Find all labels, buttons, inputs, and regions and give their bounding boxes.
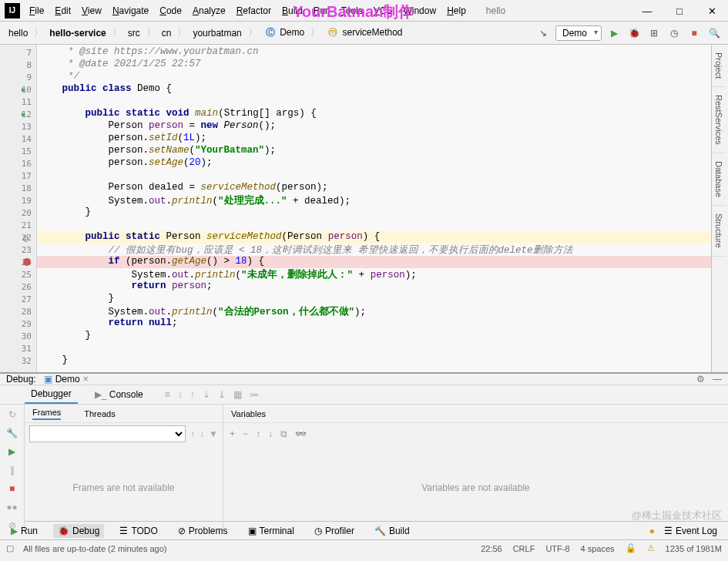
trace-icon[interactable]: ≔ (250, 389, 259, 400)
code-line[interactable]: */ (37, 71, 728, 83)
warning-indicator-icon[interactable]: ● (649, 526, 655, 536)
watch-down-icon[interactable]: ↓ (268, 428, 273, 439)
tool-tab-structure[interactable]: Structure (712, 206, 726, 257)
menu-build[interactable]: Build (277, 3, 307, 18)
gutter-line[interactable]: 11 (0, 96, 36, 108)
gutter-line[interactable]: 8 (0, 59, 36, 71)
pause-icon[interactable]: ‖ (10, 465, 15, 475)
profiler-tool-button[interactable]: ◷Profiler (310, 524, 359, 538)
readonly-icon[interactable]: 🔓 (626, 543, 636, 553)
code-line[interactable] (37, 342, 728, 354)
code-line[interactable] (37, 96, 728, 108)
build-icon[interactable]: ↘ (535, 25, 551, 41)
event-log-button[interactable]: ☰Event Log (659, 524, 722, 538)
maximize-button[interactable]: □ (663, 0, 696, 22)
gutter-line[interactable]: 21 (0, 219, 36, 231)
crumb-cn[interactable]: cn (159, 27, 174, 39)
crumb-yourbatman[interactable]: yourbatman (190, 27, 243, 39)
gutter-line[interactable]: 18 (0, 182, 36, 194)
problems-tool-button[interactable]: ⊘Problems (173, 524, 233, 538)
gutter-line[interactable]: 22@ (0, 231, 36, 244)
tool-tab-database[interactable]: Database (712, 153, 726, 206)
breakpoints-icon[interactable]: ●● (6, 502, 18, 512)
code-line[interactable]: person.setName("YourBatman"); (37, 145, 728, 157)
code-line[interactable]: System.out.println("合法的Person，什么都不做"); (37, 305, 728, 317)
settings-icon[interactable]: ⚙ (696, 374, 705, 385)
close-button[interactable]: ✕ (696, 0, 728, 22)
menu-edit[interactable]: Edit (50, 3, 75, 18)
code-line[interactable] (37, 170, 728, 182)
debug-tool-button[interactable]: 🐞Debug (53, 524, 104, 538)
line-separator[interactable]: CRLF (513, 544, 535, 553)
debug-session-tab[interactable]: ▣Demo× (44, 374, 89, 385)
gutter-line[interactable]: 31 (0, 342, 36, 354)
resume-icon[interactable]: ▶ (8, 446, 15, 457)
run-config-combo[interactable]: Demo (555, 25, 602, 41)
frame-down-icon[interactable]: ↓ (200, 428, 204, 439)
evaluate-icon[interactable]: ▦ (233, 389, 242, 400)
menu-vcs[interactable]: VCS (369, 3, 398, 18)
thread-select[interactable] (29, 425, 186, 442)
glasses-icon[interactable]: 👓 (295, 428, 307, 439)
crumb-hello[interactable]: hello (6, 27, 30, 39)
code-line[interactable]: person.setId(1L); (37, 133, 728, 145)
gutter-line[interactable]: 32 (0, 354, 36, 367)
menu-refactor[interactable]: Refactor (232, 3, 276, 18)
variables-tab[interactable]: Variables (231, 409, 266, 418)
gutter-line[interactable]: 13 (0, 120, 36, 133)
copy-icon[interactable]: ⧉ (280, 428, 287, 439)
crumb-servicemethod[interactable]: ⓜ serviceMethod (324, 25, 404, 40)
code-editor[interactable]: * @site https://www.yourbatman.cn * @dat… (37, 45, 728, 372)
threads-tab[interactable]: Threads (84, 409, 115, 418)
memory-indicator[interactable]: 1235 of 1981M (666, 544, 722, 553)
code-line[interactable]: return person; (37, 280, 728, 293)
menu-tools[interactable]: Tools (337, 3, 367, 18)
code-line[interactable]: } (37, 354, 728, 367)
run-to-cursor-icon[interactable]: ⤓ (218, 389, 226, 400)
warning-icon[interactable]: ⚠ (647, 543, 655, 553)
gutter-line[interactable]: 7 (0, 46, 36, 59)
run-tool-button[interactable]: ▶Run (6, 524, 42, 538)
menu-navigate[interactable]: Navigate (108, 3, 153, 18)
gutter-line[interactable]: 12▶ (0, 108, 36, 120)
file-encoding[interactable]: UTF-8 (545, 544, 569, 553)
wrench-icon[interactable]: 🔧 (6, 428, 18, 438)
gutter-line[interactable]: 17 (0, 170, 36, 182)
tab-console[interactable]: ▶_ Console (89, 386, 149, 403)
coverage-button[interactable]: ⊞ (646, 25, 662, 41)
gutter-line[interactable]: 24 (0, 256, 36, 268)
gutter-line[interactable]: 29 (0, 317, 36, 330)
gutter-line[interactable]: 16 (0, 157, 36, 170)
step-out-icon[interactable]: ↑ (190, 389, 195, 400)
todo-tool-button[interactable]: ☰TODO (115, 524, 162, 538)
stop-icon[interactable]: ■ (9, 483, 15, 494)
crumb-hello-service[interactable]: hello-service (47, 27, 108, 39)
code-line[interactable]: // 假如这里有bug，应该是 < 18，这时调试到这里来 希望快速返回，不要执… (37, 244, 728, 256)
code-line[interactable]: } (37, 330, 728, 342)
build-tool-button[interactable]: 🔨Build (370, 524, 414, 538)
debug-button[interactable]: 🐞 (626, 25, 642, 41)
code-line[interactable]: public static void main(String[] args) { (37, 108, 728, 120)
filter-icon[interactable]: ▼ (209, 428, 218, 439)
add-watch-icon[interactable]: + (230, 428, 235, 439)
gutter-line[interactable]: 15 (0, 145, 36, 157)
code-line[interactable]: System.out.println("未成年，删除掉此人：" + person… (37, 268, 728, 280)
frame-up-icon[interactable]: ↑ (190, 428, 195, 439)
editor-gutter[interactable]: 78910▶1112▶13141516171819202122@23242526… (0, 45, 37, 372)
menu-run[interactable]: Run (309, 3, 335, 18)
code-line[interactable]: * @site https://www.yourbatman.cn (37, 46, 728, 59)
gutter-line[interactable]: 10▶ (0, 83, 36, 96)
gutter-line[interactable]: 30 (0, 330, 36, 342)
gutter-line[interactable]: 28 (0, 305, 36, 317)
remove-watch-icon[interactable]: − (243, 428, 248, 439)
minimize-button[interactable]: — (631, 0, 663, 22)
code-line[interactable]: } (37, 207, 728, 219)
menu-file[interactable]: File (25, 3, 49, 18)
menu-code[interactable]: Code (155, 3, 186, 18)
indent-setting[interactable]: 4 spaces (581, 544, 615, 553)
stop-button[interactable]: ■ (686, 25, 702, 41)
code-line[interactable] (37, 219, 728, 231)
crumb-src[interactable]: src (126, 27, 143, 39)
step-into-icon[interactable]: ↓ (178, 389, 183, 400)
crumb-demo[interactable]: Ⓒ Demo (261, 25, 307, 40)
